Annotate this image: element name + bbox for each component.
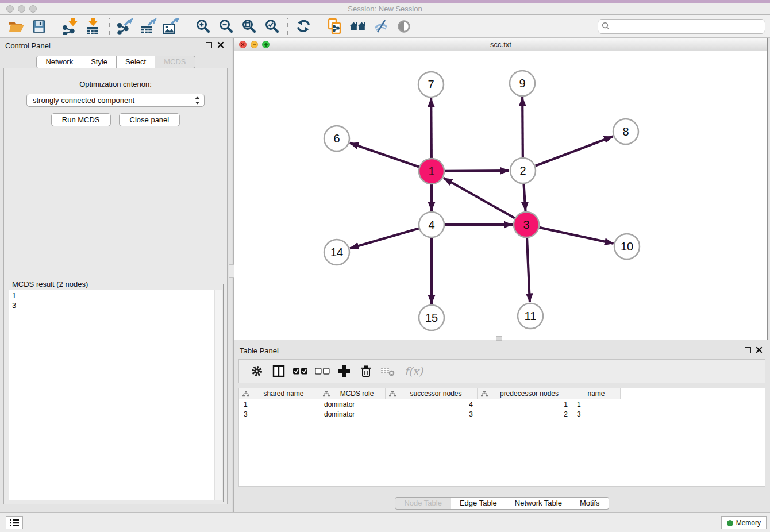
export-network-icon: [117, 18, 134, 35]
float-panel-icon[interactable]: [206, 42, 212, 48]
home-button[interactable]: [346, 17, 369, 36]
network-canvas[interactable]: 7968124314101511: [234, 51, 767, 340]
control-panel: Control Panel NetworkStyleSelectMCDS Opt…: [0, 38, 232, 512]
delete-table-icon: [380, 365, 395, 377]
graph-edge-2-3[interactable]: [523, 184, 525, 211]
show-column-panel-button[interactable]: [268, 361, 290, 381]
import-table-button[interactable]: [82, 17, 105, 36]
mcds-result-list[interactable]: 13: [9, 290, 222, 500]
graph-edge-2-9[interactable]: [522, 97, 523, 157]
graph-edge-3-1[interactable]: [444, 178, 515, 218]
export-network-button[interactable]: [114, 17, 137, 36]
mcds-result-title: MCDS result (2 nodes): [11, 280, 89, 288]
column-header-shared-name[interactable]: shared name: [239, 388, 319, 399]
titlebar: Session: New Session: [0, 0, 770, 15]
search-input[interactable]: [610, 22, 761, 30]
table-cell[interactable]: 2: [478, 409, 572, 419]
task-history-button[interactable]: [6, 516, 23, 529]
network-canvas-svg: 7968124314101511: [234, 51, 767, 340]
table-close-panel-icon[interactable]: [756, 346, 763, 353]
create-column-button[interactable]: [333, 361, 355, 381]
select-all-button[interactable]: [290, 361, 311, 381]
table-cell[interactable]: 3: [572, 409, 621, 419]
table-cell[interactable]: 1: [572, 399, 621, 409]
table-row[interactable]: 1dominator411: [239, 399, 765, 409]
graph-edge-1-2[interactable]: [445, 171, 509, 171]
run-mcds-button[interactable]: Run MCDS: [51, 113, 111, 126]
control-panel-title: Control Panel: [5, 41, 51, 50]
tab-style[interactable]: Style: [82, 56, 117, 68]
horizontal-splitter-handle[interactable]: [496, 336, 502, 341]
export-table-button[interactable]: [137, 17, 160, 36]
column-header-successor-nodes[interactable]: successor nodes: [386, 388, 478, 399]
graph-edge-2-8[interactable]: [536, 137, 613, 166]
clone-network-button[interactable]: [324, 17, 346, 36]
graph-edge-3-11[interactable]: [527, 238, 530, 302]
main-toolbar: [0, 15, 770, 38]
table-panel-title: Table Panel: [240, 346, 279, 355]
table-cell[interactable]: 3: [386, 409, 478, 419]
graph-node-label-9: 9: [519, 77, 525, 90]
zoom-out-icon: [218, 18, 234, 34]
open-session-button[interactable]: [5, 17, 28, 36]
delete-table-button[interactable]: [377, 361, 399, 381]
column-header-predecessor-nodes[interactable]: predecessor nodes: [478, 388, 572, 399]
tab-network[interactable]: Network: [36, 56, 82, 68]
delete-icon: [360, 365, 372, 377]
application-window: Session: New Session: [0, 0, 770, 532]
memory-label: Memory: [736, 519, 761, 527]
deselect-all-button[interactable]: [311, 361, 333, 381]
zoom-in-button[interactable]: [191, 17, 214, 36]
function-builder-button[interactable]: f(x): [399, 361, 429, 381]
save-session-button[interactable]: [28, 17, 51, 36]
network-window-titlebar[interactable]: scc.txt: [234, 38, 767, 51]
table-cell[interactable]: 3: [239, 409, 319, 419]
tab-node-table[interactable]: Node Table: [395, 497, 451, 510]
refresh-button[interactable]: [292, 17, 315, 36]
table-cell[interactable]: 1: [478, 399, 572, 409]
graph-node-label-8: 8: [622, 125, 629, 138]
tab-network-table[interactable]: Network Table: [506, 497, 571, 510]
zoom-fit-button[interactable]: [237, 17, 260, 36]
close-panel-button[interactable]: Close panel: [119, 113, 180, 126]
graph-edge-1-6[interactable]: [350, 143, 419, 167]
graph-edge-1-7[interactable]: [431, 98, 432, 158]
tab-mcds[interactable]: MCDS: [155, 56, 195, 68]
table-cell[interactable]: 4: [386, 399, 478, 409]
open-session-icon: [8, 20, 24, 33]
node-table-body: 1dominator4113dominator323: [239, 399, 765, 419]
select-all-icon: [293, 367, 308, 375]
result-scrollbar[interactable]: [214, 290, 222, 500]
tab-motifs[interactable]: Motifs: [571, 497, 609, 510]
delete-columns-button[interactable]: [355, 361, 377, 381]
search-box[interactable]: [598, 19, 765, 34]
criterion-select[interactable]: strongly connected component: [26, 94, 205, 107]
close-panel-icon[interactable]: [217, 41, 224, 48]
export-image-button[interactable]: [160, 17, 183, 36]
column-header-name[interactable]: name: [572, 388, 621, 399]
table-settings-button[interactable]: [246, 361, 268, 381]
graph-edge-4-14[interactable]: [350, 228, 419, 248]
memory-button[interactable]: Memory: [721, 516, 767, 529]
graph-edge-3-10[interactable]: [539, 228, 613, 244]
tab-edge-table[interactable]: Edge Table: [451, 497, 506, 510]
zoom-out-button[interactable]: [214, 17, 237, 36]
function-builder-icon: f(x): [405, 365, 424, 377]
network-view-window: scc.txt 7968124314101511: [234, 38, 768, 340]
zoom-in-icon: [195, 18, 211, 34]
table-cell[interactable]: dominator: [319, 409, 386, 419]
hide-button[interactable]: [369, 17, 392, 36]
zoom-selected-button[interactable]: [260, 17, 283, 36]
tab-select[interactable]: Select: [117, 56, 155, 68]
export-table-icon: [140, 18, 157, 35]
import-network-button[interactable]: [59, 17, 82, 36]
column-header-mcds-role[interactable]: MCDS role: [319, 388, 386, 399]
table-cell[interactable]: 1: [239, 399, 319, 409]
table-float-panel-icon[interactable]: [745, 347, 751, 353]
criterion-value: strongly connected component: [33, 96, 195, 105]
table-cell[interactable]: dominator: [319, 399, 386, 409]
optimization-label: Optimization criterion:: [4, 80, 227, 88]
table-panel-tabs: Node TableEdge TableNetwork TableMotifs: [234, 497, 770, 510]
show-details-button[interactable]: [392, 17, 415, 36]
table-row[interactable]: 3dominator323: [239, 409, 765, 419]
